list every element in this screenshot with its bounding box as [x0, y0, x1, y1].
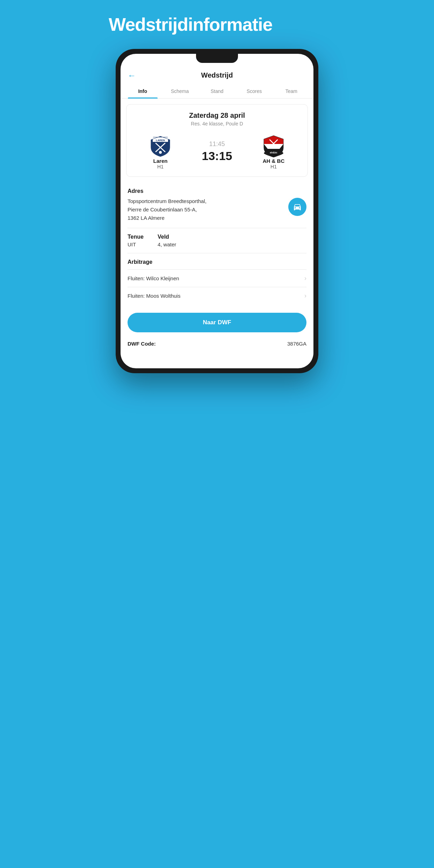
dwf-button[interactable]: Naar DWF [128, 313, 306, 332]
car-icon [293, 202, 302, 211]
home-team-logo: LAREN [148, 133, 173, 158]
tab-stand[interactable]: Stand [198, 85, 236, 98]
referee-1[interactable]: Fluiten: Wilco Kleijnen › [128, 269, 306, 287]
veld-value: 4, water [158, 241, 176, 247]
referee-1-name: Fluiten: Wilco Kleijnen [128, 275, 179, 281]
veld-label: Veld [158, 234, 176, 240]
back-button[interactable]: ← [128, 71, 136, 80]
referee-2-name: Fluiten: Moos Wolthuis [128, 293, 180, 299]
tenue-value: UIT [128, 241, 144, 247]
arbitrage-label: Arbitrage [128, 259, 306, 265]
dwf-code-value: 3876GA [287, 341, 306, 347]
address-text: Topsportcentrum Breedtesporthal,Pierre d… [128, 197, 207, 222]
svg-text:LAREN: LAREN [156, 139, 165, 142]
referee-2[interactable]: Fluiten: Moos Wolthuis › [128, 287, 306, 304]
svg-point-5 [159, 151, 162, 154]
phone-frame: ← Wedstrijd Info Schema Stand Scores Tea… [116, 49, 318, 373]
match-teams: LAREN Laren H1 11:45 13:15 [132, 133, 302, 169]
dwf-section: Naar DWF [121, 307, 313, 337]
tab-schema[interactable]: Schema [161, 85, 198, 98]
match-date: Zaterdag 28 april [132, 111, 302, 120]
chevron-right-icon-2: › [304, 292, 306, 299]
tab-info[interactable]: Info [124, 85, 161, 98]
tenue-item: Tenue UIT [128, 234, 144, 247]
tenue-label: Tenue [128, 234, 144, 240]
home-team: LAREN Laren H1 [132, 133, 189, 169]
arbitrage-section: Arbitrage Fluiten: Wilco Kleijnen › Flui… [121, 253, 313, 307]
tenue-veld-section: Tenue UIT Veld 4, water [121, 228, 313, 253]
tab-team[interactable]: Team [273, 85, 310, 98]
home-team-sub: H1 [157, 164, 164, 169]
match-time: 11:45 [209, 140, 225, 148]
score-area: 11:45 13:15 [189, 140, 245, 163]
home-team-name: Laren [153, 158, 168, 164]
chevron-right-icon: › [304, 275, 306, 282]
away-team-logo: ah&bc [261, 133, 286, 158]
map-button[interactable] [288, 198, 306, 216]
address-label: Adres [128, 188, 306, 194]
address-row: Topsportcentrum Breedtesporthal,Pierre d… [128, 197, 306, 222]
dwf-code-row: DWF Code: 3876GA [121, 337, 313, 354]
svg-text:ah&bc: ah&bc [270, 151, 277, 154]
address-section: Adres Topsportcentrum Breedtesporthal,Pi… [121, 182, 313, 228]
away-team: ah&bc AH & BC H1 [245, 133, 302, 169]
veld-item: Veld 4, water [158, 234, 176, 247]
away-team-sub: H1 [270, 164, 277, 169]
phone-notch [196, 54, 238, 63]
tab-bar: Info Schema Stand Scores Team [121, 85, 313, 99]
page-title: Wedstrijdinformatie [109, 14, 325, 35]
match-card: Zaterdag 28 april Res. 4e klasse, Poule … [126, 104, 308, 177]
match-league: Res. 4e klasse, Poule D [132, 121, 302, 126]
match-score: 13:15 [202, 149, 232, 163]
away-team-name: AH & BC [263, 158, 285, 164]
phone-screen: ← Wedstrijd Info Schema Stand Scores Tea… [121, 54, 313, 368]
dwf-code-label: DWF Code: [128, 341, 156, 347]
screen-title: Wedstrijd [201, 71, 233, 79]
tab-scores[interactable]: Scores [236, 85, 273, 98]
